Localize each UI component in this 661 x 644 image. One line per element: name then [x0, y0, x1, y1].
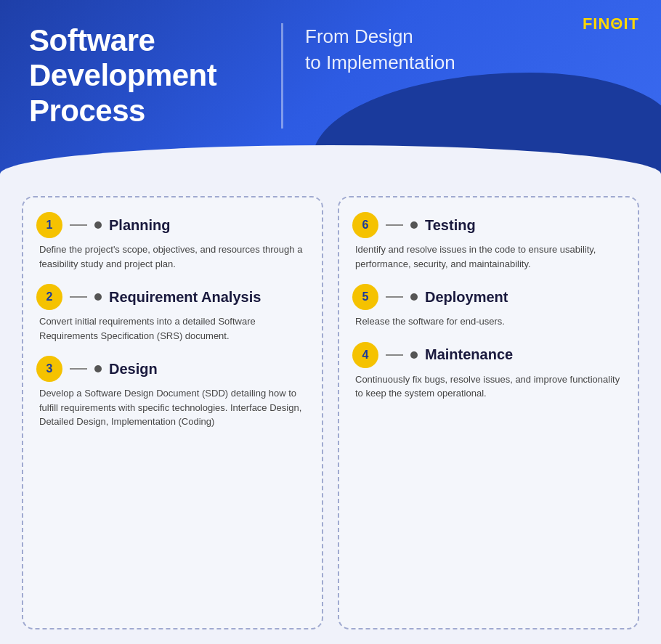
- step-2-connector: [70, 296, 87, 298]
- main-title: Software Development Process: [29, 23, 259, 129]
- step-6-connector: [386, 224, 403, 226]
- step-5-desc: Release the software for end-users.: [352, 314, 625, 329]
- step-2-desc: Convert initial requirements into a deta…: [36, 314, 309, 343]
- step-5: 5 Deployment Release the software for en…: [352, 284, 625, 329]
- right-column: 6 Testing Identify and resolve issues in…: [338, 196, 639, 629]
- subtitle-line2: to Implementation: [305, 52, 455, 73]
- logo: FINΘIT: [583, 15, 639, 33]
- step-6-badge: 6: [352, 212, 378, 238]
- step-4-dot: [410, 351, 418, 359]
- step-5-dot: [410, 293, 418, 301]
- step-3-header: 3 Design: [36, 356, 309, 382]
- step-1-connector: [70, 224, 87, 226]
- step-6-desc: Identify and resolve issues in the code …: [352, 242, 625, 271]
- columns: 1 Planning Define the project's scope, o…: [22, 196, 639, 629]
- step-1-header: 1 Planning: [36, 212, 309, 238]
- step-6-header: 6 Testing: [352, 212, 625, 238]
- step-1: 1 Planning Define the project's scope, o…: [36, 212, 309, 271]
- step-4: 4 Maintenance Continuously fix bugs, res…: [352, 342, 625, 401]
- step-4-desc: Continuously fix bugs, resolve issues, a…: [352, 372, 625, 401]
- logo-accent: ΘIT: [610, 15, 639, 33]
- header-inner: Software Development Process From Design…: [29, 23, 632, 129]
- step-6-dot: [410, 221, 418, 229]
- step-3-connector: [70, 368, 87, 370]
- page: FINΘIT Software Development Process From…: [0, 0, 661, 644]
- step-4-connector: [386, 354, 403, 356]
- step-3-desc: Develop a Software Design Document (SDD)…: [36, 386, 309, 429]
- main-content: 1 Planning Define the project's scope, o…: [0, 174, 661, 644]
- step-2-title: Requirement Analysis: [109, 289, 261, 306]
- step-1-dot: [94, 221, 102, 229]
- step-5-title: Deployment: [425, 289, 508, 306]
- header-right: From Design to Implementation: [283, 23, 632, 76]
- step-1-title: Planning: [109, 217, 170, 234]
- step-4-header: 4 Maintenance: [352, 342, 625, 368]
- left-column: 1 Planning Define the project's scope, o…: [22, 196, 323, 629]
- step-6: 6 Testing Identify and resolve issues in…: [352, 212, 625, 271]
- step-6-title: Testing: [425, 217, 476, 234]
- step-1-badge: 1: [36, 212, 62, 238]
- step-2-dot: [94, 293, 102, 301]
- step-3: 3 Design Develop a Software Design Docum…: [36, 356, 309, 429]
- step-2-badge: 2: [36, 284, 62, 310]
- step-3-dot: [94, 365, 102, 372]
- step-5-badge: 5: [352, 284, 378, 310]
- step-4-title: Maintenance: [425, 346, 513, 363]
- step-3-title: Design: [109, 361, 158, 378]
- step-5-header: 5 Deployment: [352, 284, 625, 310]
- header-left: Software Development Process: [29, 23, 283, 129]
- step-2: 2 Requirement Analysis Convert initial r…: [36, 284, 309, 343]
- step-4-badge: 4: [352, 342, 378, 368]
- step-2-header: 2 Requirement Analysis: [36, 284, 309, 310]
- step-1-desc: Define the project's scope, objectives, …: [36, 242, 309, 271]
- step-5-connector: [386, 296, 403, 298]
- subtitle-line1: From Design: [305, 25, 413, 47]
- step-3-badge: 3: [36, 356, 62, 382]
- logo-main: FIN: [583, 15, 610, 33]
